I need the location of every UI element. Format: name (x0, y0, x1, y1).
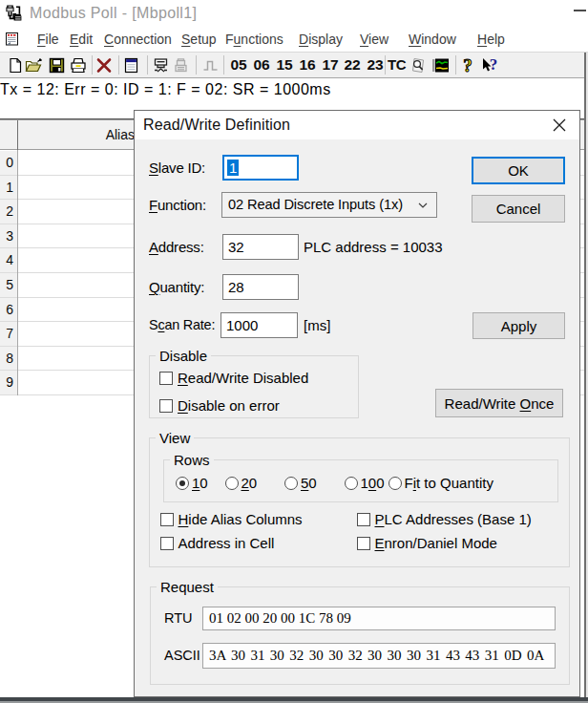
rows-50-label: 50 (301, 476, 317, 491)
print-icon[interactable] (70, 57, 87, 74)
cancel-button[interactable]: Cancel (472, 195, 565, 223)
apply-button[interactable]: Apply (472, 312, 565, 339)
setup-window-icon[interactable] (123, 57, 139, 74)
address-value: 32 (223, 235, 298, 259)
grid-column-divider (17, 120, 18, 150)
checkbox-box[interactable] (160, 513, 174, 526)
checkbox-box[interactable] (357, 513, 370, 526)
close-icon[interactable] (553, 118, 566, 132)
quantity-input[interactable]: 28 (222, 274, 299, 300)
toolbar-separator (196, 55, 197, 75)
request-group-title: Request (157, 579, 218, 595)
grid-row-number: 7 (0, 322, 17, 346)
rows-100-label: 100 (361, 476, 385, 491)
function-06-button[interactable]: 06 (252, 53, 271, 77)
grid-row-number: 1 (0, 176, 17, 200)
grid-row-number: 5 (0, 273, 17, 297)
radio-circle[interactable] (176, 477, 189, 490)
grid-row-number: 9 (0, 371, 17, 394)
minimize-button[interactable] (574, 10, 586, 11)
menu-setup[interactable]: Setup (181, 27, 217, 52)
delete-icon[interactable] (96, 57, 112, 74)
address-label: Address: (149, 234, 204, 260)
rows-20-label: 20 (242, 476, 258, 491)
app-icon (4, 4, 23, 23)
pulse-icon (202, 57, 219, 74)
svg-text:?: ? (463, 57, 472, 74)
toolbar-separator (118, 55, 119, 75)
checkbox-box[interactable] (357, 537, 370, 550)
rows-fit-label: Fit to Quantity (405, 476, 494, 491)
ok-button[interactable]: OK (472, 157, 565, 184)
slave-id-label: Slave ID: (149, 155, 205, 181)
titlebar: Modbus Poll - [Mbpoll1] (0, 0, 588, 27)
find-icon[interactable] (410, 57, 427, 74)
address-input[interactable]: 32 (222, 234, 299, 260)
slave-id-value: 1 (227, 160, 239, 176)
menu-connection[interactable]: Connection (104, 27, 172, 52)
view-group-title: View (156, 430, 194, 446)
hide-alias-columns-label: Hide Alias Columns (178, 512, 303, 527)
status-line: Tx = 12: Err = 0: ID = 1: F = 02: SR = 1… (0, 80, 331, 99)
toolbar-separator (147, 55, 148, 75)
open-file-icon[interactable] (25, 57, 43, 74)
checkbox-box[interactable] (160, 537, 174, 550)
radio-circle[interactable] (345, 477, 358, 490)
alias-column-header[interactable]: Alias (58, 120, 135, 149)
svg-text:?: ? (490, 57, 498, 74)
checkbox-box[interactable] (159, 372, 173, 385)
ascii-value: 3A 30 31 30 32 30 30 32 30 30 30 31 43 4… (203, 644, 555, 668)
grid-row-number: 8 (0, 347, 17, 371)
tc-button[interactable]: TC (388, 53, 406, 77)
menu-edit[interactable]: Edit (70, 27, 93, 52)
function-23-button[interactable]: 23 (366, 53, 385, 77)
chevron-down-icon (418, 202, 428, 208)
ascii-field: 3A 30 31 30 32 30 30 32 30 30 30 31 43 4… (202, 643, 556, 669)
function-05-button[interactable]: 05 (229, 53, 248, 77)
request-group: Request (150, 586, 570, 685)
traffic-icon[interactable] (431, 57, 450, 74)
scan-rate-label: Scan Rate: (149, 312, 215, 338)
poll-continuous-icon (173, 57, 189, 74)
radio-circle[interactable] (388, 477, 402, 490)
menu-help[interactable]: Help (477, 27, 505, 52)
function-17-button[interactable]: 17 (321, 53, 340, 77)
rows-group-title: Rows (170, 452, 214, 468)
scan-rate-value: 1000 (221, 313, 297, 337)
grid-row-number: 2 (0, 200, 17, 224)
function-select[interactable]: 02 Read Discrete Inputs (1x) (221, 192, 437, 218)
scan-rate-input[interactable]: 1000 (220, 312, 298, 338)
grid-row-number: 3 (0, 224, 17, 248)
radio-circle[interactable] (284, 477, 298, 490)
disable-group-title: Disable (156, 348, 211, 364)
function-15-button[interactable]: 15 (275, 53, 294, 77)
grid-row-number: 6 (0, 298, 17, 322)
window-title: Modbus Poll - [Mbpoll1] (30, 0, 197, 27)
radio-circle[interactable] (225, 477, 239, 490)
function-16-button[interactable]: 16 (298, 53, 317, 77)
menu-window[interactable]: Window (409, 27, 456, 52)
save-icon[interactable] (49, 57, 65, 74)
toolbar-separator (385, 55, 386, 75)
help-icon[interactable]: ? (460, 57, 475, 74)
menu-functions[interactable]: Functions (225, 27, 284, 52)
read-write-once-button[interactable]: Read/Write Once (435, 389, 563, 417)
function-22-button[interactable]: 22 (343, 53, 362, 77)
menu-file[interactable]: File (37, 27, 59, 52)
checkbox-box[interactable] (159, 399, 173, 413)
grid-row-number: 4 (0, 248, 17, 272)
menubar: File Edit Connection Setup Functions Dis… (0, 27, 588, 53)
quantity-label: Quantity: (149, 274, 204, 300)
enron-daniel-label: Enron/Daniel Mode (375, 536, 497, 551)
read-write-disabled-label: Read/Write Disabled (178, 371, 308, 386)
dialog-titlebar[interactable]: Read/Write Definition (135, 111, 579, 139)
menu-display[interactable]: Display (299, 27, 343, 52)
new-file-icon[interactable] (8, 57, 24, 74)
rows-10-label: 10 (192, 476, 208, 491)
poll-once-icon[interactable] (153, 57, 169, 74)
context-help-icon[interactable]: ? (480, 57, 498, 74)
menu-view[interactable]: View (360, 27, 388, 52)
slave-id-input[interactable]: 1 (222, 155, 299, 181)
ascii-label: ASCII (164, 643, 200, 669)
grid-column-divider (17, 120, 18, 395)
